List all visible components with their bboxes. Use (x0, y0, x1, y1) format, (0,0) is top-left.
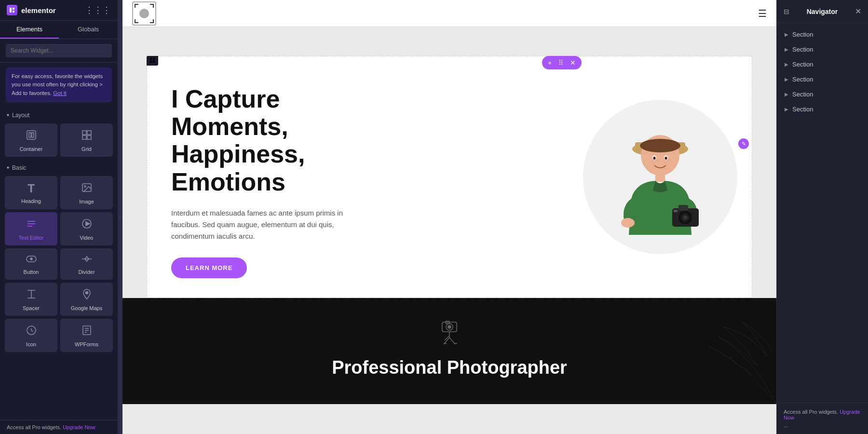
tab-elements[interactable]: Elements (0, 21, 59, 39)
divider-label: Divider (78, 269, 95, 275)
navigator-title: Navigator (807, 8, 838, 15)
widget-divider[interactable]: Divider (60, 248, 113, 280)
spacer-label: Spacer (23, 305, 40, 311)
widget-text-editor[interactable]: Text Editor (5, 212, 57, 245)
nav-arrow-2: ▶ (785, 47, 788, 52)
leaf-decoration (680, 308, 776, 404)
google-maps-label: Google Maps (71, 305, 102, 311)
nav-item-section-4[interactable]: ▶ Section (777, 72, 868, 87)
left-header: elementor ⋮⋮⋮ (0, 0, 118, 21)
section-add-btn[interactable]: + (546, 58, 554, 68)
navigator-upgrade-bar: Access all Pro widgets. Upgrade Now ... (777, 403, 868, 434)
hero-title-line2: Happiness, Emotions (171, 140, 305, 195)
hero-subtitle: Interdum et malesuada fames ac ante ipsu… (171, 207, 354, 242)
left-upgrade-text: Access all Pro widgets. (7, 424, 61, 430)
widget-icon[interactable]: Icon (5, 319, 57, 352)
nav-upgrade-label: Access all Pro widgets. (784, 409, 838, 415)
left-upgrade-bar: Access all Pro widgets. Upgrade Now (0, 420, 118, 434)
focus-corner-br (150, 19, 154, 23)
collapse-handle[interactable]: ‹ (118, 0, 122, 434)
hero-learn-more-button[interactable]: LEARN MORE (171, 258, 247, 278)
heading-icon: T (27, 182, 35, 195)
video-label: Video (80, 235, 94, 241)
widget-spacer[interactable]: Spacer (5, 283, 57, 316)
text-editor-label: Text Editor (19, 235, 44, 241)
spacer-icon (26, 288, 37, 302)
video-icon (81, 218, 93, 232)
svg-point-54 (448, 326, 451, 328)
nav-item-section-5[interactable]: ▶ Section (777, 87, 868, 102)
svg-point-41 (665, 157, 667, 160)
svg-rect-6 (82, 131, 86, 135)
basic-section-header: Basic (0, 160, 118, 174)
svg-point-11 (84, 186, 86, 187)
hero-image-circle (583, 100, 737, 254)
nav-item-section-1[interactable]: ▶ Section (777, 27, 868, 42)
hero-section: ✎ I Capture Moments, Happiness, Emotions… (147, 56, 752, 298)
widget-google-maps[interactable]: Google Maps (60, 283, 113, 316)
heading-label: Heading (21, 198, 41, 204)
navigator-back-btn[interactable]: ⊟ (784, 8, 789, 15)
svg-rect-7 (87, 131, 91, 135)
canvas-logo-area (132, 1, 156, 26)
icon-widget-icon (26, 325, 37, 339)
left-upgrade-link[interactable]: Upgrade Now (63, 424, 95, 430)
hero-title-line1: I Capture Moments, (171, 85, 288, 140)
widget-button[interactable]: Button (5, 248, 57, 280)
image-label: Image (79, 199, 94, 204)
edit-badge[interactable]: ✎ (738, 138, 749, 149)
widget-wpforms[interactable]: WPForms (60, 319, 113, 352)
svg-rect-8 (82, 136, 86, 139)
svg-rect-5 (32, 133, 34, 137)
svg-rect-1 (13, 8, 14, 10)
svg-point-18 (30, 258, 32, 260)
section-move-btn[interactable]: ⠿ (556, 58, 565, 68)
widget-image[interactable]: Image (60, 176, 113, 209)
nav-section-4-label: Section (792, 76, 813, 83)
svg-marker-16 (86, 222, 90, 226)
main-area: ☰ + ⠿ ✕ ✎ I Capture Moments, Happiness, … (122, 0, 776, 434)
svg-point-24 (85, 291, 88, 294)
widget-grid[interactable]: Grid (60, 123, 113, 157)
search-input[interactable] (6, 44, 112, 57)
focus-corner-tl (135, 4, 138, 8)
basic-widget-grid: T Heading Image Text Editor Video (0, 174, 118, 355)
widget-sections: Layout Container Grid Basic T Heading (0, 107, 118, 434)
text-editor-icon (26, 218, 37, 232)
svg-point-43 (621, 218, 635, 228)
svg-rect-4 (29, 133, 31, 137)
canvas-viewport: + ⠿ ✕ ✎ I Capture Moments, Happiness, Em… (122, 27, 776, 434)
nav-upgrade-dots: ... (784, 422, 861, 428)
panel-tabs: Elements Globals (0, 21, 118, 39)
footer-title: Professional Photographer (332, 357, 567, 378)
svg-rect-0 (10, 8, 12, 13)
logo-label: elementor (21, 6, 56, 14)
nav-upgrade-text: Access all Pro widgets. Upgrade Now (784, 409, 861, 420)
nav-section-5-label: Section (792, 91, 813, 98)
svg-rect-3 (27, 131, 36, 139)
nav-item-section-6[interactable]: ▶ Section (777, 102, 868, 117)
widget-heading[interactable]: T Heading (5, 176, 57, 209)
focus-dot (139, 9, 149, 18)
nav-arrow-4: ▶ (785, 77, 788, 82)
widget-container[interactable]: Container (5, 123, 57, 157)
canvas-topbar: ☰ (122, 0, 776, 27)
container-icon (26, 129, 37, 143)
tab-globals[interactable]: Globals (59, 21, 118, 39)
hamburger-icon[interactable]: ⋮⋮⋮ (85, 5, 111, 15)
nav-section-2-label: Section (792, 46, 813, 53)
nav-section-1-label: Section (792, 31, 813, 38)
widget-video[interactable]: Video (60, 212, 113, 245)
search-bar (0, 39, 118, 63)
nav-item-section-2[interactable]: ▶ Section (777, 42, 868, 57)
nav-item-section-3[interactable]: ▶ Section (777, 57, 868, 72)
svg-rect-2 (13, 11, 14, 13)
navigator-close-btn[interactable]: ✕ (855, 7, 861, 16)
camera-tripod-icon (435, 317, 464, 350)
section-close-btn[interactable]: ✕ (568, 58, 578, 68)
svg-rect-46 (678, 205, 688, 211)
tip-link[interactable]: Got it (53, 90, 66, 96)
photographer-illustration (597, 119, 723, 254)
main-menu-icon[interactable]: ☰ (758, 8, 767, 19)
focus-corner-bl (135, 19, 138, 23)
